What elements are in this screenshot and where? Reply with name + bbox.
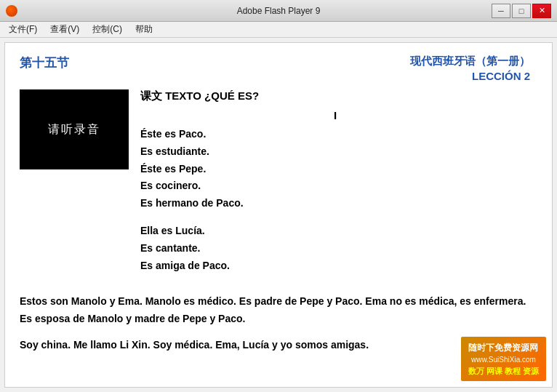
window-title: Adobe Flash Player 9: [237, 6, 321, 16]
app-icon: [6, 5, 17, 17]
line-1-5: Es hermano de Paco.: [140, 195, 530, 212]
title-bar: Adobe Flash Player 9 ─ □ ✕: [0, 0, 557, 22]
section-i: I: [140, 109, 530, 121]
line-1-3: Éste es Pepe.: [140, 161, 530, 178]
window-controls: ─ □ ✕: [492, 4, 551, 18]
paragraph-3: Estos son Manolo y Ema. Manolo es médico…: [20, 293, 530, 328]
watermark-line3: 数万 网课 教程 资源: [468, 365, 539, 377]
paragraph-2: Ella es Lucía. Es cantante. Es amiga de …: [140, 223, 530, 274]
watermark-line2: www.SuiShiXia.com: [468, 354, 539, 365]
lesson-header: 课文 TEXTO ¿QUÉ ES?: [140, 89, 530, 103]
book-info: 现代西班牙语（第一册） LECCIÓN 2: [410, 55, 530, 82]
paragraph-4-block: Soy china. Me llamo Li Xin. Soy médica. …: [20, 337, 530, 354]
book-title: 现代西班牙语（第一册）: [410, 55, 530, 68]
line-2-1: Ella es Lucía.: [140, 223, 530, 240]
close-button[interactable]: ✕: [532, 4, 551, 18]
menu-bar: 文件(F) 查看(V) 控制(C) 帮助: [0, 22, 557, 38]
content-header: 第十五节 现代西班牙语（第一册） LECCIÓN 2: [20, 55, 530, 82]
restore-button[interactable]: □: [512, 4, 531, 18]
chapter-title: 第十五节: [20, 55, 69, 82]
line-2-3: Es amiga de Paco.: [140, 257, 530, 275]
line-1-1: Éste es Paco.: [140, 126, 530, 143]
lesson-text: 课文 TEXTO ¿QUÉ ES? I Éste es Paco. Es est…: [140, 89, 530, 284]
minimize-button[interactable]: ─: [492, 4, 510, 18]
paragraph-1: Éste es Paco. Es estudiante. Éste es Pep…: [140, 126, 530, 212]
line-1-2: Es estudiante.: [140, 143, 530, 161]
line-2-2: Es cantante.: [140, 240, 530, 257]
audio-image: 请听录音: [20, 89, 129, 169]
menu-help[interactable]: 帮助: [129, 22, 159, 37]
menu-control[interactable]: 控制(C): [87, 22, 128, 37]
paragraph-3-block: Estos son Manolo y Ema. Manolo es médico…: [20, 293, 530, 328]
watermark: 随时下免费资源网 www.SuiShiXia.com 数万 网课 教程 资源: [461, 337, 546, 382]
watermark-line1: 随时下免费资源网: [468, 341, 539, 354]
main-layout: 请听录音 课文 TEXTO ¿QUÉ ES? I Éste es Paco. E…: [20, 89, 530, 284]
menu-view[interactable]: 查看(V): [44, 22, 85, 37]
audio-label: 请听录音: [48, 122, 100, 137]
title-bar-left: [6, 5, 17, 17]
line-1-4: Es cocinero.: [140, 177, 530, 195]
paragraph-4: Soy china. Me llamo Li Xin. Soy médica. …: [20, 337, 530, 354]
menu-file[interactable]: 文件(F): [3, 22, 43, 37]
lesson-title: LECCIÓN 2: [410, 70, 530, 82]
content-area: 第十五节 现代西班牙语（第一册） LECCIÓN 2 请听录音 课文 TEXTO…: [4, 42, 553, 388]
